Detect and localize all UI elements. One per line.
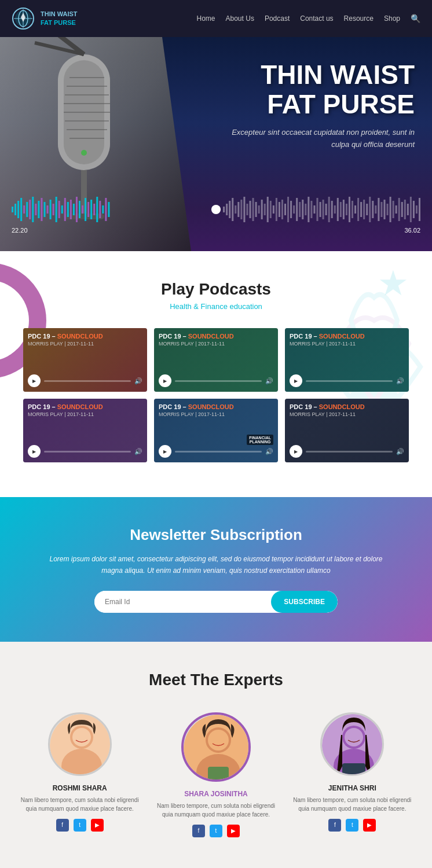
- expert-name-2: SHARA JOSINITHA: [153, 790, 278, 798]
- play-button-3[interactable]: ▶: [290, 374, 302, 387]
- progress-bar-6[interactable]: [306, 451, 393, 453]
- volume-icon-6[interactable]: 🔊: [396, 448, 404, 455]
- podcast-card-2: PDC 19 – SOUNDCLOUD MORRIS PLAY | 2017-1…: [154, 328, 278, 392]
- podcast-meta-1: MORRIS PLAY | 2017-11-11: [28, 341, 142, 347]
- svg-rect-92: [325, 204, 327, 215]
- svg-rect-49: [90, 200, 92, 219]
- waveform-times: 22.20 36.02: [12, 227, 420, 234]
- svg-point-137: [345, 728, 363, 746]
- svg-rect-112: [383, 200, 385, 219]
- volume-icon-5[interactable]: 🔊: [265, 448, 273, 455]
- navbar: THIN WAIST FAT PURSE Home About Us Podca…: [0, 0, 432, 37]
- play-button-1[interactable]: ▶: [28, 374, 41, 387]
- twitter-icon-3[interactable]: t: [346, 819, 358, 832]
- svg-rect-109: [375, 205, 376, 214]
- waveform[interactable]: [12, 195, 420, 224]
- svg-rect-117: [398, 198, 400, 221]
- play-button-4[interactable]: ▶: [28, 445, 41, 458]
- podcast-controls-6: ▶ 🔊: [290, 445, 404, 458]
- twitter-icon-2[interactable]: t: [210, 825, 222, 837]
- svg-point-19: [81, 150, 87, 156]
- progress-bar-1[interactable]: [44, 380, 131, 382]
- svg-rect-48: [87, 202, 89, 217]
- svg-rect-55: [108, 202, 109, 217]
- finance-label: FINANCIALPLANNING: [247, 435, 273, 445]
- podcast-grid: PDC 19 – SOUNDCLOUD MORRIS PLAY | 2017-1…: [23, 328, 409, 462]
- newsletter-form: SUBSCRIBE: [94, 591, 338, 613]
- nav-home[interactable]: Home: [197, 14, 215, 23]
- volume-icon-1[interactable]: 🔊: [134, 377, 142, 385]
- hero-content: THIN WAIST FAT PURSE Excepteur sint occa…: [218, 60, 415, 151]
- svg-rect-39: [61, 205, 63, 214]
- nav-contact[interactable]: Contact us: [300, 14, 333, 23]
- nav-podcast[interactable]: Podcast: [265, 14, 290, 23]
- play-button-5[interactable]: ▶: [159, 445, 171, 458]
- podcast-card-4: PDC 19 – SOUNDCLOUD MORRIS PLAY | 2017-1…: [23, 399, 147, 462]
- nav-about[interactable]: About Us: [226, 14, 254, 23]
- podcast-info-5: PDC 19 – SOUNDCLOUD MORRIS PLAY | 2017-1…: [159, 403, 273, 417]
- svg-rect-41: [67, 202, 69, 217]
- subscribe-button[interactable]: SUBSCRIBE: [271, 591, 338, 613]
- facebook-icon-3[interactable]: f: [328, 819, 341, 832]
- svg-rect-73: [270, 201, 272, 218]
- svg-rect-57: [223, 207, 225, 212]
- svg-rect-77: [281, 200, 283, 219]
- svg-rect-37: [56, 197, 57, 222]
- podcasts-section: ★ Play Podcasts Health & Finance educati…: [0, 251, 432, 497]
- expert-avatar-1: [48, 712, 112, 776]
- svg-rect-31: [38, 201, 39, 218]
- play-button-2[interactable]: ▶: [159, 374, 171, 387]
- expert-card-3: JENITHA SHRI Nam libero tempore, cum sol…: [290, 712, 415, 837]
- svg-rect-105: [363, 200, 365, 219]
- podcast-meta-3: MORRIS PLAY | 2017-11-11: [290, 341, 404, 347]
- svg-rect-28: [29, 200, 31, 219]
- svg-rect-40: [64, 198, 66, 221]
- svg-rect-66: [249, 201, 251, 218]
- svg-rect-44: [76, 197, 78, 222]
- podcast-info-3: PDC 19 – SOUNDCLOUD MORRIS PLAY | 2017-1…: [290, 333, 404, 347]
- waveform-area: 22.20 36.02: [12, 195, 420, 234]
- progress-bar-2[interactable]: [175, 380, 262, 382]
- svg-rect-123: [416, 205, 418, 214]
- podcast-title-4: PDC 19 – SOUNDCLOUD: [28, 403, 142, 410]
- play-button-6[interactable]: ▶: [290, 445, 302, 458]
- svg-rect-53: [102, 205, 104, 214]
- svg-rect-113: [387, 204, 389, 215]
- volume-icon-2[interactable]: 🔊: [265, 377, 273, 385]
- nav-resource[interactable]: Resource: [344, 14, 374, 23]
- facebook-icon-1[interactable]: f: [56, 819, 69, 832]
- youtube-icon-2[interactable]: ▶: [227, 825, 240, 837]
- svg-rect-95: [334, 205, 336, 214]
- progress-bar-3[interactable]: [306, 380, 393, 382]
- svg-rect-85: [305, 204, 306, 215]
- svg-rect-65: [246, 204, 248, 215]
- progress-bar-5[interactable]: [175, 451, 262, 453]
- svg-rect-75: [276, 198, 277, 221]
- expert-card-1: ROSHMI SHARA Nam libero tempore, cum sol…: [17, 712, 142, 837]
- svg-rect-33: [43, 202, 45, 217]
- svg-rect-96: [337, 198, 339, 221]
- youtube-icon-3[interactable]: ▶: [363, 819, 376, 832]
- volume-icon-4[interactable]: 🔊: [134, 448, 142, 455]
- svg-rect-62: [237, 202, 239, 217]
- email-input[interactable]: [94, 591, 271, 613]
- svg-rect-35: [50, 200, 52, 219]
- facebook-icon-2[interactable]: f: [192, 825, 205, 837]
- volume-icon-3[interactable]: 🔊: [396, 377, 404, 385]
- time-start: 22.20: [12, 227, 28, 234]
- svg-rect-79: [287, 197, 289, 222]
- podcast-controls-4: ▶ 🔊: [28, 445, 142, 458]
- svg-rect-54: [105, 198, 107, 221]
- svg-rect-122: [413, 201, 415, 218]
- svg-rect-103: [357, 198, 359, 221]
- progress-bar-4[interactable]: [44, 451, 131, 453]
- twitter-icon-1[interactable]: t: [74, 819, 86, 832]
- svg-rect-51: [96, 197, 98, 222]
- logo[interactable]: THIN WAIST FAT PURSE: [12, 7, 78, 30]
- nav-shop[interactable]: Shop: [384, 14, 400, 23]
- youtube-icon-1[interactable]: ▶: [91, 819, 104, 832]
- waveform-svg: [12, 195, 420, 224]
- search-icon[interactable]: 🔍: [411, 14, 420, 23]
- hero-title-line2: FAT PURSE: [267, 89, 415, 119]
- podcast-info-6: PDC 19 – SOUNDCLOUD MORRIS PLAY | 2017-1…: [290, 403, 404, 417]
